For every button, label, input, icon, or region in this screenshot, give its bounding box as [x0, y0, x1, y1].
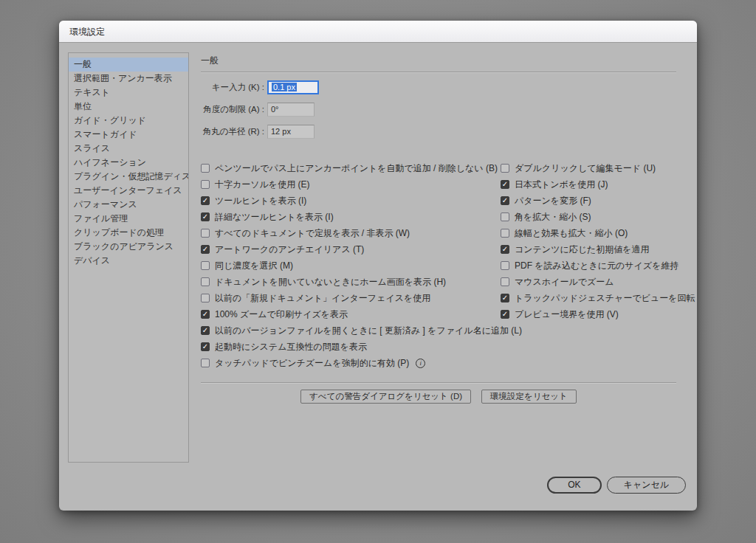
field-row-corner-radius: 角丸の半径 (R) : 12 px — [201, 124, 315, 139]
checkbox-label: PDF を読み込むときに元のサイズを維持 — [515, 260, 678, 272]
checkbox-checked-icon[interactable] — [201, 342, 210, 351]
checkbox-checked-icon[interactable] — [201, 326, 210, 335]
sidebar-item[interactable]: プラグイン・仮想記憶ディスク — [69, 170, 188, 184]
checkbox-row[interactable]: 以前のバージョンファイルを開くときに [ 更新済み ] をファイル名に追加 (L… — [201, 322, 502, 339]
checkbox-label: トラックパッドジェスチャーでビューを回転 — [515, 292, 695, 305]
checkbox-checked-icon[interactable] — [501, 180, 509, 189]
dialog-titlebar[interactable]: 環境設定 — [59, 21, 697, 43]
checkbox-row[interactable]: 角を拡大・縮小 (S) — [501, 209, 693, 225]
checkbox-label: 日本式トンボを使用 (J) — [515, 179, 608, 191]
field-row-key-input: キー入力 (K) : 0.1 px — [201, 80, 319, 94]
field-row-constrain-angle: 角度の制限 (A) : 0° — [201, 102, 315, 117]
header-divider — [201, 72, 676, 72]
checkbox-checked-icon[interactable] — [501, 310, 509, 319]
sidebar-item[interactable]: テキスト — [69, 86, 188, 100]
checkbox-unchecked-icon[interactable] — [201, 277, 210, 286]
corner-radius-field[interactable]: 12 px — [267, 125, 315, 139]
reset-preferences-button[interactable]: 環境設定をリセット — [481, 390, 577, 404]
checkbox-row[interactable]: 起動時にシステム互換性の問題を表示 — [201, 339, 502, 355]
ok-button[interactable]: OK — [547, 477, 601, 494]
checkbox-row[interactable]: 以前の「新規ドキュメント」インターフェイスを使用 — [201, 290, 502, 306]
selected-text: 0.1 px — [272, 83, 297, 91]
checkbox-checked-icon[interactable] — [501, 196, 509, 205]
checkbox-label: 線幅と効果も拡大・縮小 (O) — [515, 227, 628, 240]
checkbox-checked-icon[interactable] — [501, 294, 509, 302]
checkbox-unchecked-icon[interactable] — [501, 164, 509, 173]
sidebar-item[interactable]: デバイス — [69, 254, 188, 268]
checkbox-checked-icon[interactable] — [201, 310, 210, 319]
panel-checkbox-col-left: ペンツールでパス上にアンカーポイントを自動で追加 / 削除しない (B)十字カー… — [201, 160, 502, 371]
checkbox-unchecked-icon[interactable] — [201, 294, 210, 302]
checkbox-label: 同じ濃度を選択 (M) — [215, 260, 293, 272]
checkbox-unchecked-icon[interactable] — [201, 164, 210, 173]
checkbox-checked-icon[interactable] — [201, 245, 210, 254]
checkbox-label: 以前のバージョンファイルを開くときに [ 更新済み ] をファイル名に追加 (L… — [215, 325, 522, 337]
checkbox-row[interactable]: タッチパッドでピンチズームを強制的に有効 (P)i — [201, 355, 502, 371]
checkbox-checked-icon[interactable] — [501, 245, 509, 254]
checkbox-unchecked-icon[interactable] — [201, 359, 210, 367]
checkbox-row[interactable]: マウスホイールでズーム — [501, 274, 693, 290]
checkbox-row[interactable]: 詳細なツールヒントを表示 (I) — [201, 209, 502, 225]
checkbox-row[interactable]: プレビュー境界を使用 (V) — [501, 306, 693, 322]
checkbox-unchecked-icon[interactable] — [201, 229, 210, 238]
reset-warning-dialogs-button[interactable]: すべての警告ダイアログをリセット (D) — [300, 390, 471, 404]
info-icon[interactable]: i — [416, 359, 425, 368]
checkbox-label: ドキュメントを開いていないときにホーム画面を表示 (H) — [215, 276, 446, 288]
checkbox-row[interactable]: 同じ濃度を選択 (M) — [201, 257, 502, 274]
sidebar-item[interactable]: ハイフネーション — [69, 156, 188, 170]
checkbox-label: 詳細なツールヒントを表示 (I) — [215, 211, 334, 224]
checkbox-unchecked-icon[interactable] — [501, 277, 509, 286]
sidebar-item[interactable]: ブラックのアピアランス — [69, 240, 188, 254]
sidebar-item[interactable]: 単位 — [69, 100, 188, 114]
checkbox-checked-icon[interactable] — [201, 196, 210, 205]
checkbox-row[interactable]: 100% ズームで印刷サイズを表示 — [201, 306, 502, 322]
checkbox-label: プレビュー境界を使用 (V) — [515, 308, 619, 321]
checkbox-row[interactable]: PDF を読み込むときに元のサイズを維持 — [501, 257, 693, 274]
corner-radius-label: 角丸の半径 (R) : — [201, 126, 264, 137]
checkbox-row[interactable]: ドキュメントを開いていないときにホーム画面を表示 (H) — [201, 274, 502, 290]
checkbox-row[interactable]: トラックパッドジェスチャーでビューを回転 — [501, 290, 693, 306]
checkbox-label: すべてのドキュメントで定規を表示 / 非表示 (W) — [215, 227, 410, 240]
checkbox-unchecked-icon[interactable] — [201, 261, 210, 270]
sidebar-item[interactable]: ファイル管理 — [69, 212, 188, 226]
dialog-title: 環境設定 — [69, 27, 105, 37]
checkbox-row[interactable]: すべてのドキュメントで定規を表示 / 非表示 (W) — [201, 225, 502, 241]
checkbox-row[interactable]: パターンを変形 (F) — [501, 193, 693, 209]
checkbox-row[interactable]: 線幅と効果も拡大・縮小 (O) — [501, 225, 693, 241]
footer-button-row: OK キャンセル — [547, 477, 686, 494]
checkbox-label: 角を拡大・縮小 (S) — [515, 211, 591, 224]
checkbox-unchecked-icon[interactable] — [201, 180, 210, 189]
checkbox-label: 十字カーソルを使用 (E) — [215, 179, 309, 191]
checkbox-label: 以前の「新規ドキュメント」インターフェイスを使用 — [215, 292, 430, 305]
checkbox-unchecked-icon[interactable] — [501, 229, 509, 238]
checkbox-row[interactable]: アートワークのアンチエイリアス (T) — [201, 241, 502, 257]
checkbox-unchecked-icon[interactable] — [501, 212, 509, 221]
checkbox-row[interactable]: ツールヒントを表示 (I) — [201, 193, 502, 209]
checkbox-label: アートワークのアンチエイリアス (T) — [215, 243, 364, 256]
checkbox-label: 100% ズームで印刷サイズを表示 — [215, 308, 348, 321]
checkbox-row[interactable]: ペンツールでパス上にアンカーポイントを自動で追加 / 削除しない (B) — [201, 160, 502, 176]
sidebar-item[interactable]: ユーザーインターフェイス — [69, 184, 188, 198]
constrain-angle-field[interactable]: 0° — [267, 103, 315, 117]
sidebar-item[interactable]: スマートガイド — [69, 128, 188, 142]
sidebar-item[interactable]: パフォーマンス — [69, 198, 188, 212]
checkbox-row[interactable]: コンテンツに応じた初期値を適用 — [501, 241, 693, 257]
key-input-field[interactable]: 0.1 px — [267, 80, 319, 94]
sidebar-item-selected[interactable]: 一般 — [69, 58, 188, 72]
dialog-body: 一般選択範囲・アンカー表示テキスト単位ガイド・グリッドスマートガイドスライスハイ… — [59, 43, 697, 511]
key-input-label: キー入力 (K) : — [201, 82, 264, 93]
footer-divider — [201, 382, 676, 383]
checkbox-row[interactable]: 日本式トンボを使用 (J) — [501, 176, 693, 193]
sidebar-item[interactable]: 選択範囲・アンカー表示 — [69, 72, 188, 86]
sidebar-item[interactable]: スライス — [69, 142, 188, 156]
sidebar-item[interactable]: クリップボードの処理 — [69, 226, 188, 240]
checkbox-unchecked-icon[interactable] — [501, 261, 509, 270]
checkbox-row[interactable]: ダブルクリックして編集モード (U) — [501, 160, 693, 176]
checkbox-checked-icon[interactable] — [201, 212, 210, 221]
sidebar-item[interactable]: ガイド・グリッド — [69, 114, 188, 128]
checkbox-label: マウスホイールでズーム — [515, 276, 614, 288]
checkbox-row[interactable]: 十字カーソルを使用 (E) — [201, 176, 502, 193]
cancel-button[interactable]: キャンセル — [607, 477, 686, 494]
preferences-dialog: 環境設定 一般選択範囲・アンカー表示テキスト単位ガイド・グリッドスマートガイドス… — [59, 21, 697, 511]
constrain-angle-label: 角度の制限 (A) : — [201, 104, 264, 115]
